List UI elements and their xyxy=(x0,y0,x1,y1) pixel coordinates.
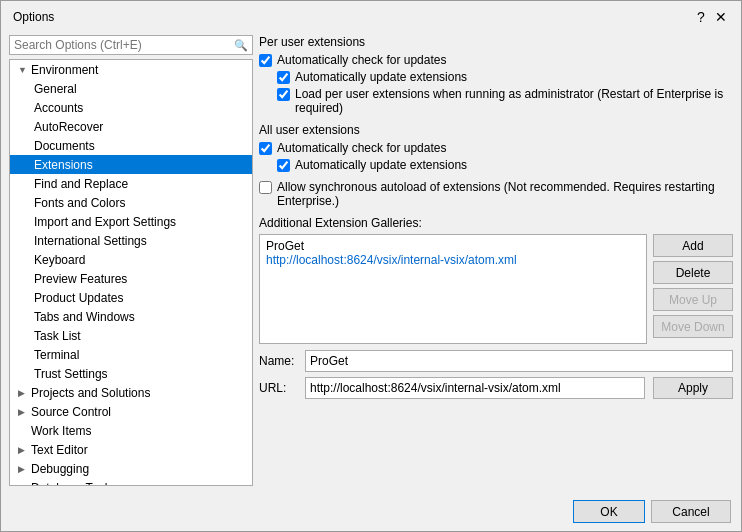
gallery-buttons: Add Delete Move Up Move Down xyxy=(653,234,733,344)
all-user-section-title: All user extensions xyxy=(259,123,733,137)
sidebar-item-label: Fonts and Colors xyxy=(34,196,125,210)
tree-container: ▼ Environment General Accounts AutoRecov… xyxy=(9,59,253,486)
url-label: URL: xyxy=(259,381,297,395)
gallery-item-proget[interactable]: ProGet http://localhost:8624/vsix/intern… xyxy=(262,237,644,269)
sidebar-item-keyboard[interactable]: Keyboard xyxy=(10,250,252,269)
sidebar-item-tabswindows[interactable]: Tabs and Windows xyxy=(10,307,252,326)
sidebar-item-debugging[interactable]: ▶ Debugging xyxy=(10,459,252,478)
all-user-check2-label: Automatically update extensions xyxy=(295,158,467,172)
search-input[interactable] xyxy=(14,38,230,52)
sidebar-item-label: Documents xyxy=(34,139,95,153)
all-user-checkboxes: Automatically check for updates Automati… xyxy=(259,141,733,172)
sidebar-item-label: Import and Export Settings xyxy=(34,215,176,229)
delete-button[interactable]: Delete xyxy=(653,261,733,284)
sidebar-item-label: Accounts xyxy=(34,101,83,115)
per-user-check1-row[interactable]: Automatically check for updates xyxy=(259,53,733,67)
sidebar-item-label: Preview Features xyxy=(34,272,127,286)
sidebar-item-extensions[interactable]: Extensions xyxy=(10,155,252,174)
sidebar-item-label: Environment xyxy=(31,63,98,77)
sidebar-item-label: Tabs and Windows xyxy=(34,310,135,324)
sidebar-item-sourcecontrol[interactable]: ▶ Source Control xyxy=(10,402,252,421)
sidebar-item-texteditor[interactable]: ▶ Text Editor xyxy=(10,440,252,459)
title-controls: ? ✕ xyxy=(693,9,729,25)
expand-icon-sourcecontrol: ▶ xyxy=(18,407,28,417)
sidebar-item-workitems[interactable]: ▶ Work Items xyxy=(10,421,252,440)
sidebar-item-label: Product Updates xyxy=(34,291,123,305)
dialog-body: 🔍 ▼ Environment General Accounts xyxy=(1,31,741,494)
dialog-title: Options xyxy=(13,10,54,24)
sidebar-item-label: Text Editor xyxy=(31,443,88,457)
sidebar-item-label: Projects and Solutions xyxy=(31,386,150,400)
per-user-check2[interactable] xyxy=(277,71,290,84)
sidebar-item-accounts[interactable]: Accounts xyxy=(10,98,252,117)
per-user-checkboxes: Automatically check for updates Automati… xyxy=(259,53,733,115)
expand-icon-databasetools: ▶ xyxy=(18,483,28,486)
sidebar-item-productupdates[interactable]: Product Updates xyxy=(10,288,252,307)
sidebar-item-label: Extensions xyxy=(34,158,93,172)
all-user-check2[interactable] xyxy=(277,159,290,172)
options-dialog: Options ? ✕ 🔍 ▼ Environment Gene xyxy=(0,0,742,532)
close-button[interactable]: ✕ xyxy=(713,9,729,25)
sidebar-item-environment[interactable]: ▼ Environment xyxy=(10,60,252,79)
sidebar-item-autorecover[interactable]: AutoRecover xyxy=(10,117,252,136)
per-user-check1-label: Automatically check for updates xyxy=(277,53,446,67)
sidebar-item-label: Trust Settings xyxy=(34,367,108,381)
name-label: Name: xyxy=(259,354,297,368)
all-user-check1-label: Automatically check for updates xyxy=(277,141,446,155)
per-user-check2-label: Automatically update extensions xyxy=(295,70,467,84)
sidebar-item-importexport[interactable]: Import and Export Settings xyxy=(10,212,252,231)
gallery-label: Additional Extension Galleries: xyxy=(259,216,733,230)
name-input[interactable] xyxy=(305,350,733,372)
url-field-row: URL: Apply xyxy=(259,377,733,399)
sidebar-item-trustsettings[interactable]: Trust Settings xyxy=(10,364,252,383)
expand-icon-projects: ▶ xyxy=(18,388,28,398)
add-button[interactable]: Add xyxy=(653,234,733,257)
cancel-button[interactable]: Cancel xyxy=(651,500,731,523)
name-field-row: Name: xyxy=(259,350,733,372)
all-user-check1-row[interactable]: Automatically check for updates xyxy=(259,141,733,155)
sidebar-item-terminal[interactable]: Terminal xyxy=(10,345,252,364)
sidebar-item-fontscolors[interactable]: Fonts and Colors xyxy=(10,193,252,212)
per-user-check2-row[interactable]: Automatically update extensions xyxy=(277,70,733,84)
all-user-check2-row[interactable]: Automatically update extensions xyxy=(277,158,733,172)
sidebar-item-label: Work Items xyxy=(31,424,91,438)
sync-check-label: Allow synchronous autoload of extensions… xyxy=(277,180,733,208)
sync-check[interactable] xyxy=(259,181,272,194)
sidebar-item-preview[interactable]: Preview Features xyxy=(10,269,252,288)
per-user-check3-row[interactable]: Load per user extensions when running as… xyxy=(277,87,733,115)
help-button[interactable]: ? xyxy=(693,9,709,25)
gallery-list[interactable]: ProGet http://localhost:8624/vsix/intern… xyxy=(259,234,647,344)
sidebar-item-label: Find and Replace xyxy=(34,177,128,191)
search-icon: 🔍 xyxy=(234,39,248,52)
expand-icon-texteditor: ▶ xyxy=(18,445,28,455)
title-bar: Options ? ✕ xyxy=(1,1,741,31)
sidebar-item-tasklist[interactable]: Task List xyxy=(10,326,252,345)
per-user-check3[interactable] xyxy=(277,88,290,101)
gallery-area: ProGet http://localhost:8624/vsix/intern… xyxy=(259,234,733,344)
sidebar-item-label: Keyboard xyxy=(34,253,85,267)
expand-icon-environment: ▼ xyxy=(18,65,28,75)
sidebar-item-label: Task List xyxy=(34,329,81,343)
sidebar-item-findreplace[interactable]: Find and Replace xyxy=(10,174,252,193)
sidebar-item-label: Debugging xyxy=(31,462,89,476)
sidebar-item-label: Terminal xyxy=(34,348,79,362)
gallery-item-name: ProGet xyxy=(266,239,640,253)
search-box-wrap[interactable]: 🔍 xyxy=(9,35,253,55)
per-user-check1[interactable] xyxy=(259,54,272,67)
sidebar-item-databasetools[interactable]: ▶ Database Tools xyxy=(10,478,252,485)
sidebar-item-label: General xyxy=(34,82,77,96)
url-input[interactable] xyxy=(305,377,645,399)
sidebar-item-documents[interactable]: Documents xyxy=(10,136,252,155)
ok-button[interactable]: OK xyxy=(573,500,645,523)
move-up-button[interactable]: Move Up xyxy=(653,288,733,311)
sidebar-item-label: Database Tools xyxy=(31,481,114,486)
all-user-check1[interactable] xyxy=(259,142,272,155)
sidebar-item-international[interactable]: International Settings xyxy=(10,231,252,250)
per-user-check3-label: Load per user extensions when running as… xyxy=(295,87,733,115)
move-down-button[interactable]: Move Down xyxy=(653,315,733,338)
sync-check-row[interactable]: Allow synchronous autoload of extensions… xyxy=(259,180,733,208)
sidebar-item-projectssolutions[interactable]: ▶ Projects and Solutions xyxy=(10,383,252,402)
right-panel: Per user extensions Automatically check … xyxy=(259,35,733,486)
apply-button[interactable]: Apply xyxy=(653,377,733,399)
sidebar-item-general[interactable]: General xyxy=(10,79,252,98)
